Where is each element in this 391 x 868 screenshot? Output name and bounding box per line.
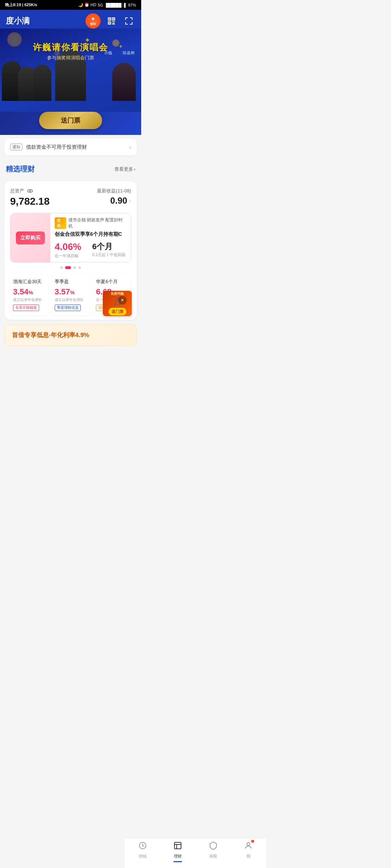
finance-card: 总资产 最新收益(11-08) 9,782.18 0.90 › 立即购买 优选 … bbox=[4, 181, 137, 320]
slider-dots bbox=[10, 266, 131, 269]
dot-3[interactable] bbox=[73, 266, 76, 269]
ticket-promo-float[interactable]: × 热爱同巍 🎵 送门票 bbox=[103, 291, 132, 316]
mini-card-1-rate: 3.54% bbox=[13, 287, 45, 297]
mini-card-1-desc: 成立以来年化增长 bbox=[13, 297, 45, 302]
section-header: 精选理财 查看更多 › bbox=[0, 159, 141, 178]
opt-tag: 优选 bbox=[55, 217, 66, 229]
status-icons: 🌙 ⏰ HD bbox=[78, 3, 96, 7]
banner-title: 许巍请你看演唱会 bbox=[0, 42, 141, 53]
product-info: 优选 债市企稳 财政发声 配置好时机 创金合信双季享6个月持有期C 4.06% … bbox=[50, 213, 131, 262]
asset-values-row: 9,782.18 0.90 › bbox=[10, 196, 131, 207]
asset-header-row: 总资产 最新收益(11-08) bbox=[10, 188, 131, 194]
notice-text: 借款资金不可用于投资理财 bbox=[26, 144, 126, 150]
see-more-link[interactable]: 查看更多 › bbox=[114, 166, 135, 173]
notice-arrow: › bbox=[129, 144, 131, 150]
status-signal: 5G bbox=[98, 3, 103, 7]
featured-product-name: 创金合信双季享6个月持有期C bbox=[55, 231, 126, 238]
featured-rate: 4.06% bbox=[55, 241, 81, 252]
banner-subtitle: 参与抽奖得演唱会门票 bbox=[0, 55, 141, 61]
status-time: 晚上8:19 | 625K/s bbox=[5, 2, 37, 8]
rate-label: 近一年涨跌幅 bbox=[55, 253, 81, 259]
float-close-button[interactable]: × bbox=[118, 296, 127, 305]
svg-rect-4 bbox=[113, 18, 114, 20]
rate-block: 4.06% 近一年涨跌幅 bbox=[55, 241, 81, 259]
fullscreen-icon[interactable] bbox=[122, 14, 135, 27]
notice-tag: 通知 bbox=[10, 144, 22, 150]
svg-rect-5 bbox=[109, 22, 110, 24]
finance-section: 精选理财 查看更多 › 总资产 最新收益(11-08) 9,782.18 0.9… bbox=[0, 159, 141, 320]
dot-1[interactable] bbox=[60, 266, 63, 269]
status-battery: ▐█████░▌ 87% bbox=[105, 3, 136, 7]
ticket-button[interactable]: 送门票 bbox=[39, 112, 102, 129]
loan-banner-text: 首借专享低息·年化利率4.9% bbox=[12, 331, 129, 339]
featured-description: 债市企稳 财政发声 配置好时机 bbox=[68, 217, 126, 229]
scan-icon[interactable] bbox=[105, 14, 118, 27]
mini-card-2-name: 季季盈 bbox=[55, 278, 87, 285]
mini-card-2-tag: 季度理财优选 bbox=[55, 305, 81, 311]
buy-now-button[interactable]: 立即购买 bbox=[16, 231, 45, 244]
earnings-value: 0.90 › bbox=[110, 196, 131, 206]
earnings-label: 最新收益(11-08) bbox=[97, 188, 131, 194]
total-assets-value: 9,782.18 bbox=[10, 196, 50, 207]
mini-card-1[interactable]: 渤海汇金30天 3.54% 成立以来年化增长 专享不限额度 bbox=[10, 274, 48, 315]
earnings-arrow: › bbox=[129, 198, 131, 204]
notice-bar[interactable]: 通知 借款资金不可用于投资理财 › bbox=[4, 139, 137, 156]
ticket-promo-button[interactable]: 送门票 bbox=[109, 308, 126, 315]
section-title: 精选理财 bbox=[6, 164, 35, 174]
mini-card-2[interactable]: 季季盈 3.57% 成立以来年化增长 季度理财优选 bbox=[52, 274, 90, 315]
mini-card-3-name: 华夏6个月 bbox=[96, 278, 128, 285]
total-assets-label: 总资产 bbox=[10, 188, 33, 194]
sign-button[interactable]: 签到 bbox=[85, 13, 101, 29]
mini-card-1-name: 渤海汇金30天 bbox=[13, 278, 45, 285]
banner: 许巍请你看演唱会 参与抽奖得演唱会门票 许巍 陈嘉桦 黑豹乐队 ✦ ✧ ✦ 送门… bbox=[0, 29, 141, 135]
period-sub: 0.1元起丨中低风险 bbox=[92, 252, 126, 258]
period-block: 6个月 0.1元起丨中低风险 bbox=[92, 241, 126, 259]
ticket-button-section: 送门票 bbox=[0, 112, 141, 135]
buy-section: 立即购买 bbox=[10, 213, 50, 262]
svg-rect-3 bbox=[109, 18, 110, 20]
app-logo: 度小满 bbox=[6, 16, 30, 26]
status-right: 🌙 ⏰ HD 5G ▐█████░▌ 87% bbox=[78, 3, 136, 7]
header: 度小满 签到 bbox=[0, 10, 141, 29]
featured-stats: 4.06% 近一年涨跌幅 6个月 0.1元起丨中低风险 bbox=[55, 241, 126, 259]
status-bar: 晚上8:19 | 625K/s 🌙 ⏰ HD 5G ▐█████░▌ 87% bbox=[0, 0, 141, 10]
dot-4[interactable] bbox=[78, 266, 81, 269]
featured-period: 6个月 bbox=[92, 241, 126, 252]
header-icons: 签到 bbox=[85, 13, 135, 29]
eye-icon[interactable] bbox=[27, 189, 33, 193]
loan-banner[interactable]: 首借专享低息·年化利率4.9% bbox=[4, 324, 137, 346]
mini-card-1-tag: 专享不限额度 bbox=[13, 305, 39, 311]
dot-2[interactable] bbox=[65, 266, 71, 269]
mini-card-2-rate: 3.57% bbox=[55, 287, 87, 297]
featured-product-card[interactable]: 立即购买 优选 债市企稳 财政发声 配置好时机 创金合信双季享6个月持有期C 4… bbox=[10, 213, 131, 263]
mini-card-2-desc: 成立以来年化增长 bbox=[55, 297, 87, 302]
